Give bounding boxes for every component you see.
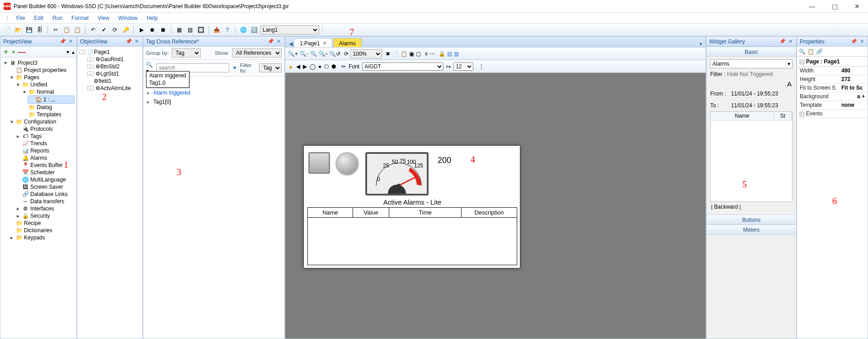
gallery-cat-buttons[interactable]: Buttons bbox=[707, 215, 796, 224]
language-select[interactable]: Lang1 bbox=[260, 25, 319, 34]
ungroup-icon[interactable]: ▢ bbox=[416, 51, 421, 57]
menu-help[interactable]: Help bbox=[142, 14, 163, 22]
tagxref-row[interactable]: ▸Tag1[0] bbox=[143, 97, 284, 106]
obj-item[interactable]: +⚙ LgtStd1 bbox=[87, 70, 141, 77]
indent-icon[interactable]: ↦ bbox=[446, 63, 451, 70]
add-dropdown[interactable]: ▾ bbox=[12, 49, 15, 55]
tree-database-links[interactable]: Database Links bbox=[29, 191, 68, 197]
pin-icon[interactable]: 📌 bbox=[60, 38, 66, 44]
menu-format[interactable]: Format bbox=[67, 14, 93, 22]
hexagon-icon[interactable]: ⬡ bbox=[324, 63, 329, 70]
tree-page1[interactable]: 1 : ... bbox=[42, 96, 56, 103]
filter-icon[interactable]: ▼ bbox=[232, 65, 237, 71]
circle-icon[interactable]: ● bbox=[318, 63, 321, 70]
record-icon[interactable]: ⏺ bbox=[148, 25, 157, 34]
tree-trends[interactable]: Trends bbox=[29, 140, 47, 147]
prop-value[interactable]: 480 bbox=[839, 67, 868, 75]
tree-data-transfers[interactable]: Data transfers bbox=[29, 198, 64, 205]
expand-icon[interactable]: + bbox=[800, 112, 804, 116]
menu-run[interactable]: Run bbox=[48, 14, 67, 22]
tree-dictionaries[interactable]: Dictionaries bbox=[23, 227, 52, 234]
tree-keypads[interactable]: Keypads bbox=[23, 234, 45, 241]
lang-icon[interactable]: 🌐 bbox=[239, 25, 248, 34]
tab-close-icon[interactable]: ✕ bbox=[323, 41, 326, 46]
backward-button[interactable]: Backward bbox=[714, 204, 738, 210]
tree-configuration[interactable]: Configuration bbox=[23, 119, 56, 125]
prop-icon[interactable]: 🔍 bbox=[799, 48, 806, 55]
tree-pages[interactable]: Pages bbox=[23, 74, 39, 81]
obj-item[interactable]: +⚙ ActvAlrmLite bbox=[87, 85, 141, 92]
font-select[interactable]: AIGDT bbox=[362, 62, 443, 71]
distribute-icon[interactable]: ⋯ bbox=[429, 51, 435, 57]
tree-alarms[interactable]: Alarms bbox=[29, 155, 47, 161]
arrow-left-icon[interactable]: ◀ bbox=[296, 63, 300, 70]
prop-icon[interactable]: 🔗 bbox=[816, 48, 823, 55]
brush-icon[interactable]: ✏ bbox=[341, 63, 346, 70]
copy-icon[interactable]: 📄 bbox=[392, 51, 399, 57]
prop-value[interactable]: 272 bbox=[839, 75, 868, 83]
menu-view[interactable]: View bbox=[93, 14, 114, 22]
minimize-button[interactable]: — bbox=[805, 3, 819, 10]
help-icon[interactable]: ? bbox=[223, 25, 232, 34]
prop-events[interactable]: Events bbox=[806, 110, 823, 117]
show-select[interactable]: All References bbox=[232, 48, 282, 57]
play-icon[interactable]: ▶ bbox=[137, 25, 146, 34]
switch-widget[interactable] bbox=[308, 152, 330, 174]
delete-icon[interactable]: ✖ bbox=[386, 51, 390, 57]
expand-icon[interactable]: ▴ bbox=[72, 49, 75, 55]
prop-value[interactable]: none bbox=[839, 101, 868, 109]
layers-icon[interactable]: ▤ bbox=[447, 51, 452, 57]
zoom-fit-icon[interactable]: 🔍 bbox=[310, 51, 317, 57]
tree-security[interactable]: Security bbox=[29, 213, 50, 219]
gauge-widget[interactable]: 25 50 75 100 125 0 bbox=[365, 152, 429, 196]
close-icon[interactable]: ✕ bbox=[787, 38, 793, 44]
snap-icon[interactable]: ▨ bbox=[185, 25, 194, 34]
tree-tags[interactable]: Tags bbox=[29, 133, 42, 139]
key-icon[interactable]: 🔑 bbox=[121, 25, 130, 34]
triangle-icon[interactable]: ▲ bbox=[288, 63, 293, 70]
paste-icon[interactable]: 📋 bbox=[401, 51, 407, 57]
group-icon[interactable]: ▣ bbox=[409, 51, 414, 57]
zoom-select[interactable]: 100% bbox=[350, 49, 382, 58]
tree-scheduler[interactable]: Scheduler bbox=[29, 169, 55, 176]
pin-icon[interactable]: 📌 bbox=[126, 38, 132, 44]
close-icon[interactable]: ✕ bbox=[275, 38, 282, 44]
ring-icon[interactable]: ◯ bbox=[310, 63, 316, 70]
close-icon[interactable]: ✕ bbox=[859, 38, 865, 44]
menu-pin-icon[interactable]: ⋮ bbox=[5, 15, 10, 21]
pin-icon[interactable]: 📌 bbox=[268, 38, 274, 44]
tree-root[interactable]: Project3 bbox=[17, 60, 38, 66]
layers2-icon[interactable]: ▥ bbox=[454, 51, 459, 57]
prop-icon[interactable]: 📋 bbox=[807, 48, 814, 55]
filterby-select[interactable]: Tag bbox=[259, 63, 282, 72]
menu-window[interactable]: Window bbox=[114, 14, 142, 22]
paste-icon[interactable]: 📋 bbox=[73, 25, 82, 34]
tree-unified[interactable]: Unified bbox=[29, 81, 47, 88]
knob-widget[interactable] bbox=[335, 152, 359, 176]
arrow-right-icon[interactable]: ▶ bbox=[303, 63, 307, 70]
tree-templates[interactable]: Templates bbox=[36, 111, 61, 118]
obj-item[interactable]: +⚙ GauRnd1 bbox=[87, 56, 141, 63]
rotate-icon[interactable]: ⟳ bbox=[344, 51, 349, 57]
maximize-button[interactable]: ▢ bbox=[827, 3, 842, 10]
undo-icon[interactable]: ↶ bbox=[89, 25, 98, 34]
pin-icon[interactable]: 📌 bbox=[851, 38, 857, 44]
canvas-area[interactable]: 4 25 50 75 100 125 0 bbox=[285, 73, 706, 339]
close-button[interactable]: ✕ bbox=[850, 3, 864, 10]
lock-icon[interactable]: 🔒 bbox=[439, 51, 445, 57]
align-icon[interactable]: ≡ bbox=[425, 51, 428, 57]
tree-interfaces[interactable]: Interfaces bbox=[29, 205, 54, 212]
zoom-sel-icon[interactable]: 🔍▫ bbox=[319, 51, 327, 57]
tree-reports[interactable]: Reports bbox=[29, 148, 49, 154]
stop-icon[interactable]: ⏹ bbox=[159, 25, 168, 34]
remove-button[interactable]: — bbox=[18, 50, 26, 54]
menu-edit[interactable]: Edit bbox=[29, 14, 48, 22]
hexagon2-icon[interactable]: ⬢ bbox=[331, 63, 336, 70]
pin-icon[interactable]: 📌 bbox=[779, 38, 786, 44]
gallery-grid[interactable]: Name St 5 bbox=[710, 111, 793, 202]
save-icon[interactable]: 💾 bbox=[24, 25, 33, 34]
more-icon[interactable]: ⋮ bbox=[479, 63, 484, 70]
tab-dropdown[interactable]: ▾ bbox=[699, 41, 702, 47]
prop-value[interactable]: a + bbox=[839, 92, 868, 100]
gallery-dropdown[interactable]: Alarms▾ bbox=[710, 59, 793, 68]
